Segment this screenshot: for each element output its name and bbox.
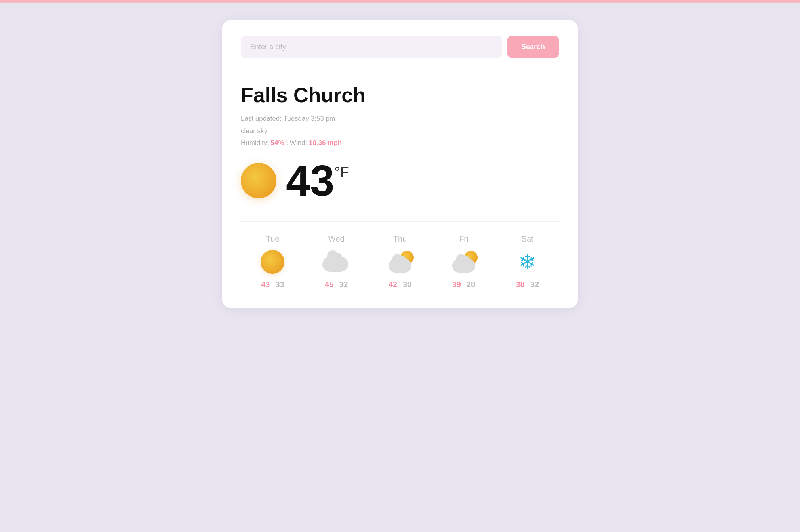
humidity-label: Humidity: [241,139,269,147]
cloudy-icon [322,252,350,272]
low-temp-sat: 32 [530,280,539,289]
current-weather-icon [241,163,276,198]
forecast-day-sat: Sat ❄ 38 32 [495,235,559,289]
sunny-icon [261,250,284,274]
day-label-fri: Fri [459,235,468,244]
forecast-day-fri: Fri 39 28 [432,235,495,289]
last-updated: Last updated: Tuesday 3:53 pm [241,113,559,125]
weather-meta: Last updated: Tuesday 3:53 pm clear sky … [241,113,559,149]
partly-cloud-thu [389,259,411,273]
forecast-icon-fri [450,250,478,274]
condition: clear sky [241,125,559,137]
low-temp-tue: 33 [275,280,284,289]
forecast-icon-sat: ❄ [514,250,541,274]
high-temp-wed: 45 [325,280,333,289]
forecast-icon-thu [386,250,414,274]
search-button[interactable]: Search [507,36,559,58]
humidity-value: 54% [271,139,284,147]
high-temp-tue: 43 [261,280,270,289]
day-label-thu: Thu [393,235,407,244]
day-label-sat: Sat [522,235,533,244]
high-temp-fri: 39 [452,280,461,289]
forecast-temps-fri: 39 28 [452,280,476,289]
partly-cloud-fri [452,259,475,273]
forecast-icon-wed [322,250,350,274]
cloud-shape [322,257,348,272]
day-label-tue: Tue [266,235,280,244]
low-temp-wed: 32 [339,280,348,289]
weather-card: Search Falls Church Last updated: Tuesda… [222,20,578,308]
partly-cloudy-icon-thu [386,251,414,273]
forecast-temps-sat: 38 32 [516,280,539,289]
section-divider [241,71,559,71]
high-temp-sat: 38 [516,280,524,289]
forecast-temps-tue: 43 33 [261,280,284,289]
forecast-day-tue: Tue 43 33 [241,235,305,289]
forecast-day-thu: Thu 42 30 [368,235,432,289]
partly-cloudy-icon-fri [450,251,478,273]
city-name: Falls Church [241,84,559,107]
low-temp-thu: 30 [403,280,411,289]
humidity-wind: Humidity: 54% , Wind: 10.36 mph [241,137,559,149]
high-temp-thu: 42 [389,280,397,289]
low-temp-fri: 28 [467,280,475,289]
forecast-temps-wed: 45 32 [325,280,348,289]
temperature-display: 43 °F [286,159,349,202]
wind-value: 10.36 mph [309,139,342,147]
temperature-value: 43 [286,159,334,202]
forecast-icon-tue [259,250,286,274]
forecast-divider [241,221,559,222]
forecast-row: Tue 43 33 Wed 45 32 Thu [241,235,559,289]
current-temp-row: 43 °F [241,159,559,202]
snow-icon: ❄ [518,251,536,273]
temperature-unit: °F [334,165,349,179]
forecast-day-wed: Wed 45 32 [305,235,368,289]
wind-label: , Wind: [286,139,307,147]
forecast-temps-thu: 42 30 [389,280,412,289]
search-row: Search [241,36,559,58]
city-search-input[interactable] [241,36,502,58]
day-label-wed: Wed [328,235,345,244]
